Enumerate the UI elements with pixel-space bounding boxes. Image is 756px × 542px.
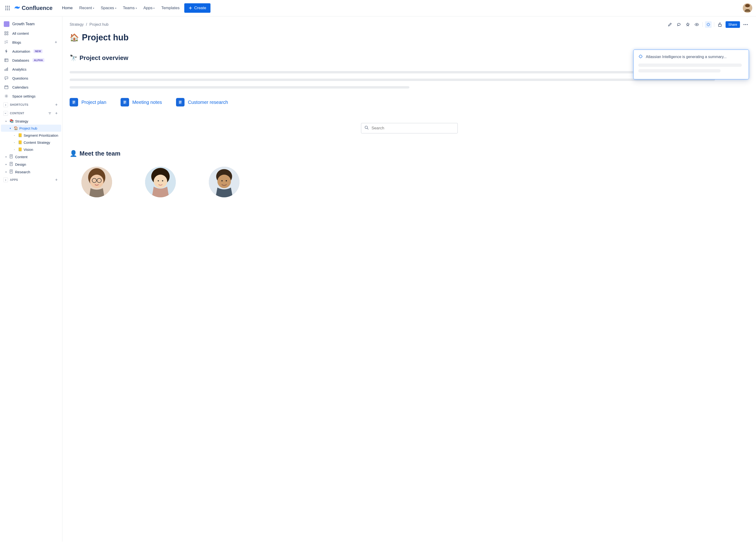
add-shortcut-icon[interactable]: + (54, 102, 59, 107)
profile-avatar[interactable] (743, 3, 752, 13)
svg-line-50 (709, 23, 709, 24)
svg-point-83 (217, 175, 231, 188)
chevron-down-icon[interactable]: ▾ (8, 126, 12, 130)
svg-rect-0 (5, 6, 6, 7)
team-member-avatar[interactable] (209, 167, 239, 197)
chevron-right-icon[interactable]: › (3, 177, 8, 182)
section-shortcuts[interactable]: › SHORTCUTS + (1, 101, 61, 109)
svg-point-79 (158, 180, 159, 181)
blogs-icon (4, 40, 9, 45)
doc-link-customer-research[interactable]: Customer research (176, 98, 228, 106)
nav-apps[interactable]: Apps▾ (142, 4, 157, 12)
questions-icon (4, 75, 9, 81)
tree-content[interactable]: ▾ Content (1, 153, 61, 160)
team-member-avatar[interactable] (81, 167, 112, 197)
sidebar-space-settings[interactable]: Space settings (1, 92, 61, 101)
svg-rect-7 (7, 9, 8, 10)
search-box[interactable] (361, 123, 458, 133)
nav-recent[interactable]: Recent▾ (77, 4, 96, 12)
chevron-down-icon[interactable]: ▾ (4, 162, 8, 166)
alpha-badge: ALPHA (33, 58, 44, 62)
svg-line-51 (707, 25, 708, 26)
sidebar-calendars[interactable]: Calendars (1, 83, 61, 92)
doc-link-project-plan[interactable]: Project plan (70, 98, 106, 106)
svg-point-53 (743, 24, 744, 25)
calendar-icon (4, 84, 9, 90)
tree-research[interactable]: ▾ Research (1, 168, 61, 176)
more-icon[interactable] (742, 21, 749, 28)
svg-rect-38 (10, 170, 13, 173)
breadcrumb-parent[interactable]: Strategy (70, 22, 84, 27)
new-badge: NEW (34, 49, 42, 53)
nav-teams[interactable]: Teams▾ (121, 4, 139, 12)
chevron-down-icon: ▾ (136, 7, 137, 9)
chevron-down-icon[interactable]: ▾ (4, 155, 8, 159)
search-input[interactable] (372, 126, 454, 130)
comment-icon[interactable] (676, 21, 682, 28)
confluence-logo[interactable]: Confluence (14, 4, 53, 12)
svg-point-43 (696, 24, 697, 25)
sidebar-automation[interactable]: Automation NEW (1, 47, 61, 56)
sidebar-databases[interactable]: Databases ALPHA (1, 56, 61, 65)
team-member-avatar[interactable] (145, 167, 176, 197)
ai-sparkle-icon (638, 54, 643, 60)
analytics-icon (4, 67, 9, 72)
nav-spaces[interactable]: Spaces▾ (99, 4, 118, 12)
add-content-icon[interactable]: + (54, 111, 59, 116)
doc-link-meeting-notes[interactable]: Meeting notes (121, 98, 162, 106)
page-icon (121, 98, 129, 106)
telescope-emoji: 🔭 (70, 54, 77, 62)
nav-templates[interactable]: Templates (159, 4, 181, 12)
tree-project-hub[interactable]: ▾ 🏠 Project hub (1, 125, 61, 132)
svg-rect-61 (124, 101, 126, 101)
tree-vision[interactable]: • 📒 Vision (1, 146, 61, 153)
ai-icon[interactable] (705, 21, 712, 28)
share-button[interactable]: Share (726, 21, 740, 28)
tree-segment-prioritization[interactable]: • 📒 Segment Prioritization (1, 132, 61, 139)
svg-rect-13 (7, 32, 8, 33)
lock-icon[interactable] (717, 21, 723, 28)
svg-rect-57 (73, 101, 75, 101)
create-button[interactable]: Create (184, 3, 210, 13)
tree-design[interactable]: ▾ Design (1, 160, 61, 168)
sidebar-blogs[interactable]: Blogs + (1, 38, 61, 47)
page-icon (176, 98, 185, 106)
svg-rect-20 (6, 68, 7, 71)
page-icon (9, 154, 14, 159)
svg-rect-65 (179, 101, 181, 101)
nav-home[interactable]: Home (60, 4, 75, 12)
chevron-down-icon[interactable]: ▾ (4, 170, 8, 174)
star-icon[interactable] (685, 21, 691, 28)
skeleton-line (70, 86, 409, 88)
grid-icon (4, 31, 9, 36)
page-icon (9, 169, 14, 174)
database-icon (4, 58, 9, 63)
page-icon (70, 98, 78, 106)
section-content[interactable]: › CONTENT + (1, 109, 61, 117)
tree-content-strategy[interactable]: • 📒 Content Strategy (1, 139, 61, 146)
space-header[interactable]: Growth Team (1, 19, 61, 29)
add-app-icon[interactable]: + (54, 177, 59, 182)
svg-point-80 (162, 180, 163, 181)
chevron-down-icon[interactable]: › (3, 111, 8, 116)
svg-line-93 (639, 57, 640, 58)
section-apps[interactable]: › APPS + (1, 176, 61, 184)
chevron-down-icon[interactable]: ▾ (4, 119, 8, 123)
sidebar-questions[interactable]: Questions (1, 74, 61, 83)
add-blog-icon[interactable]: + (54, 40, 58, 45)
svg-point-85 (226, 180, 227, 181)
svg-point-68 (365, 126, 367, 129)
tree-strategy[interactable]: ▾ 📚 Strategy (1, 117, 61, 125)
svg-rect-19 (5, 69, 5, 71)
app-switcher-icon[interactable] (4, 4, 11, 12)
svg-rect-66 (179, 102, 181, 102)
chevron-right-icon[interactable]: › (3, 102, 8, 107)
watch-icon[interactable] (693, 21, 700, 28)
filter-icon[interactable] (47, 111, 52, 116)
sidebar-all-content[interactable]: All content (1, 29, 61, 38)
breadcrumb-current[interactable]: Project hub (89, 22, 109, 27)
sidebar-analytics[interactable]: Analytics (1, 65, 61, 74)
ai-message: Atlassian Intelligence is generating a s… (646, 55, 727, 59)
svg-rect-67 (179, 103, 181, 103)
edit-icon[interactable] (667, 21, 673, 28)
